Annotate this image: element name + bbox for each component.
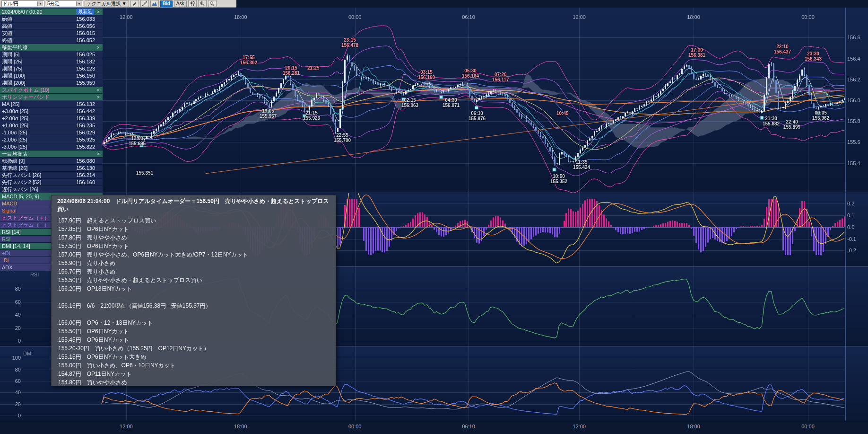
legend-section-bollinger[interactable]: ボリンジャーバンド× (0, 94, 103, 100)
trendline-tool-button[interactable] (140, 0, 149, 7)
draw-tool-button[interactable] (130, 0, 139, 7)
rsi-panel-label: RSI (30, 272, 39, 277)
ask-button[interactable]: Ask (174, 0, 187, 7)
toolbar-controls: ドル/円 ▼ 5分足 ▼ テクニカル選択 ▼ Bid (0, 0, 236, 8)
technical-select-button[interactable]: テクニカル選択 ▼ (85, 0, 129, 7)
dmi-tick-label: 60 (10, 378, 21, 384)
chart-annotation: 00:05155.962 (812, 110, 829, 121)
legend-item-label: +2.00σ [25] (2, 115, 76, 121)
chart-type-button[interactable] (150, 0, 159, 7)
order-line: 156.70円 売り小さめ (58, 267, 329, 276)
time-axis-label: 12:00 (120, 14, 133, 20)
annotation-price: 156.478 (341, 43, 358, 48)
time-axis-label: 00:00 (348, 14, 362, 20)
annotation-time: 12:00 (129, 136, 146, 141)
legend-item: -3.00σ [25]155.822 (0, 143, 103, 150)
legend-section-ichimoku[interactable]: 一目均衡表× (0, 151, 103, 157)
order-popup-body: 157.90円 超えるとストップロス買い157.85円 OP6日NYカット157… (52, 214, 336, 386)
legend-item-label: 期間 [5] (2, 51, 76, 58)
macd-tick-label: -0.2 (847, 248, 867, 253)
legend-item-label: 終値 (2, 37, 76, 44)
annotation-time: 21:30 (763, 116, 780, 121)
legend-item: 先行スパン1 [26]156.214 (0, 172, 103, 178)
legend-section-spike[interactable]: スパイクボトム [10]× (0, 87, 103, 93)
annotation-time: 21:15 (303, 110, 320, 115)
chart-annotation: 19:05155.957 (260, 108, 277, 119)
annotation-time: 06:10 (469, 111, 486, 116)
close-icon[interactable]: × (96, 9, 101, 15)
legend-item-label: 基準線 [26] (2, 165, 76, 172)
legend-item-value: 156.015 (76, 30, 101, 36)
order-line: 156.20円 OP13日NYカット (58, 284, 329, 293)
legend-item: +2.00σ [25]156.339 (0, 115, 103, 122)
legend-item: 期間 [25]156.132 (0, 58, 103, 65)
legend-item-label: 転換線 [9] (2, 158, 76, 165)
close-icon[interactable]: × (96, 88, 101, 93)
annotation-price: 155.882 (763, 121, 780, 126)
realtime-order-popup[interactable]: 2024/06/06 21:04:00 ドル円リアルタイムオーダー＝156.50… (51, 195, 336, 386)
chevron-down-icon: ▼ (76, 1, 82, 6)
annotation-price: 155.976 (469, 116, 486, 121)
legend-section-label: 移動平均線 (2, 44, 96, 51)
annotation-time: 07:20 (492, 72, 509, 77)
pencil-icon (132, 1, 137, 6)
price-tick-label: 155.4 (847, 160, 867, 166)
timeframe-select[interactable]: 5分足 ▼ (46, 0, 83, 7)
pair-select-value: ドル/円 (3, 0, 36, 7)
macd-tick-label: 0.2 (847, 201, 867, 206)
price-chart-canvas[interactable] (0, 8, 868, 193)
chart-annotation: 12:00155.695 (129, 136, 146, 146)
legend-item: 期間 [75]156.123 (0, 65, 103, 72)
price-tick-label: 156.4 (847, 56, 867, 62)
bid-button[interactable]: Bid (160, 0, 173, 7)
chart-annotation: 20:15156.281 (283, 65, 300, 76)
pair-select[interactable]: ドル/円 ▼ (1, 0, 44, 7)
legend-item-value: 156.150 (76, 73, 101, 79)
close-icon[interactable]: × (96, 45, 101, 50)
annotation-price: 155.957 (260, 114, 277, 119)
annotation-time: 22:10 (774, 44, 791, 49)
legend-item-label: 安値 (2, 30, 76, 37)
annotation-time: 03:15 (418, 70, 435, 75)
price-tick-label: 155.8 (847, 118, 867, 124)
annotation-price: 156.063 (401, 103, 418, 108)
close-icon[interactable]: × (96, 151, 101, 157)
legend-item-value: 156.029 (76, 130, 101, 135)
legend-item-value: 156.235 (76, 123, 101, 128)
annotation-price: 155.424 (573, 165, 590, 170)
legend-section-ma[interactable]: 移動平均線× (0, 44, 103, 51)
legend-item-label: 始値 (2, 16, 76, 23)
trendline-icon (142, 1, 147, 6)
rsi-tick-label: 20 (10, 325, 21, 331)
legend-item-value: 156.132 (76, 101, 101, 107)
annotation-price: 156.071 (443, 103, 460, 108)
macd-tick-label: 0.1 (847, 213, 867, 218)
annotation-time: 19:05 (260, 108, 277, 114)
legend-item: 期間 [200]155.959 (0, 80, 103, 86)
price-tick-label: 156.0 (847, 97, 867, 103)
candle-mode-button[interactable] (188, 0, 197, 7)
legend-item-value: 156.442 (76, 108, 101, 114)
close-icon[interactable]: × (96, 95, 101, 100)
order-line: 157.80円 売りやや小さめ (58, 233, 329, 242)
price-tick-label: 156.6 (847, 35, 867, 40)
time-axis-label: 00:00 (348, 424, 362, 429)
legend-item: 期間 [5]156.025 (0, 51, 103, 58)
legend-section-label: スパイクボトム [10] (2, 87, 96, 94)
time-axis-label: 06:10 (462, 14, 475, 20)
latest-candle-badge[interactable]: 最新足 (76, 9, 94, 15)
legend-item-label: 高値 (2, 23, 76, 30)
legend-item: 基準線 [26]156.130 (0, 165, 103, 171)
annotation-time: 23:15 (341, 37, 358, 43)
zoom-in-button[interactable] (198, 0, 207, 7)
legend-item-value: 156.033 (76, 16, 101, 22)
annotation-price: 156.117 (492, 77, 509, 82)
annotation-price: 155.899 (783, 124, 800, 130)
legend-item: 終値156.052 (0, 37, 103, 44)
legend-item: 高値156.056 (0, 23, 103, 29)
legend-item-value: 156.080 (76, 158, 101, 164)
annotation-price: 155.352 (550, 179, 567, 184)
legend-section-candle[interactable]: 2024/06/07 00:20最新足× (0, 9, 103, 15)
legend-item-value: 156.214 (76, 172, 101, 178)
zoom-out-button[interactable] (208, 0, 217, 7)
